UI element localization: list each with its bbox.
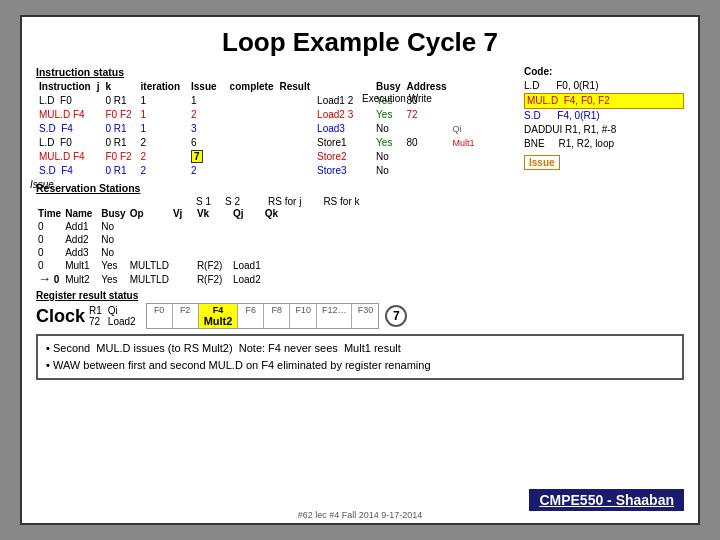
code-line-muld: MUL.D F4, F0, F2 (524, 93, 684, 109)
slide-info: #62 lec #4 Fall 2014 9-17-2014 (298, 510, 423, 520)
col-iter: iteration (135, 80, 183, 94)
right-panel: Code: L.D F0, 0(R1) MUL.D F4, F0, F2 S.D… (524, 66, 684, 329)
qi-val: Load2 (108, 316, 136, 327)
col-k: k (102, 80, 134, 94)
notes-box: Second MUL.D issues (to RS Mult2) Note: … (36, 334, 684, 380)
code-label: Code: (524, 66, 684, 77)
rs-label: Reservation Stations (36, 182, 516, 194)
note-1: Second MUL.D issues (to RS Mult2) Note: … (46, 340, 674, 357)
reg-f0: F0 (147, 304, 173, 328)
rs-table: Time Name Busy Op Vj Vk Qj Qk 0Add1No (36, 207, 291, 286)
reg-f12: F12… (317, 304, 353, 328)
code-lines: L.D F0, 0(R1) MUL.D F4, F0, F2 S.D F4, 0… (524, 79, 684, 151)
table-row: L.D F0 0 R1 2 6 Store1 Yes 80 Mult1 (36, 136, 478, 150)
table-row: → 0Mult2YesMULTLDR(F2)Load2 (36, 272, 291, 286)
table-row: S.D F4 0 R1 2 2 Store3 No (36, 164, 478, 178)
reg-label: Register result status (36, 290, 516, 301)
slide-title: Loop Example Cycle 7 (36, 27, 684, 58)
left-panel: Instruction status Instruction j k itera… (36, 66, 516, 329)
reg-f4: F4 Mult2 (199, 304, 239, 328)
code-line-bne: BNE R1, R2, loop (524, 137, 684, 151)
code-line-daddui: DADDUI R1, R1, #-8 (524, 123, 684, 137)
issue-right-label: Issue (524, 155, 560, 170)
col-complete: complete (220, 80, 277, 94)
table-row: 0Mult1YesMULTLDR(F2)Load1 (36, 259, 291, 272)
table-row: S.D F4 0 R1 1 3 Load3 No Qi (36, 122, 478, 136)
reg-f2: F2 (173, 304, 199, 328)
table-row: 0Add1No (36, 220, 291, 233)
code-line-sd: S.D F4, 0(R1) (524, 109, 684, 123)
reservation-stations: Reservation Stations S 1 S 2 RS for j RS… (36, 182, 516, 286)
reg-f6: F6 (238, 304, 264, 328)
table-row: 0Add3No (36, 246, 291, 259)
instruction-status-label: Instruction status (36, 66, 516, 78)
rs-sub-headers: S 1 S 2 RS for j RS for k (196, 196, 516, 207)
issue-label: Issue (30, 179, 54, 190)
col-issue: Issue (183, 80, 220, 94)
clock-row: Clock R1 72 Qi Load2 F0 (36, 303, 516, 329)
col-j: j (94, 80, 103, 94)
reg-f10: F10 (290, 304, 317, 328)
slide: Loop Example Cycle 7 Execution Write Iss… (20, 15, 700, 525)
register-boxes: F0 F2 F4 Mult2 F6 (146, 303, 380, 329)
exec-write-header: Execution Write (362, 93, 432, 104)
reg-f30: F30 (352, 304, 378, 328)
reg-f8: F8 (264, 304, 290, 328)
footer-label: CMPE550 - Shaaban (529, 489, 684, 511)
register-result-section: Register result status Clock R1 72 Qi Lo… (36, 290, 516, 329)
table-row: MUL.D F4 F0 F2 2 7 Store2 No (36, 150, 478, 164)
col-address: Address (404, 80, 450, 94)
table-row: 0Add2No (36, 233, 291, 246)
clock-label: Clock (36, 306, 85, 327)
code-line-ld: L.D F0, 0(R1) (524, 79, 684, 93)
clock-value: 7 (385, 305, 407, 327)
note-2: WAW between first and second MUL.D on F4… (46, 357, 674, 374)
col-busy: Busy (373, 80, 403, 94)
table-row: MUL.D F4 F0 F2 1 2 Load2 3 Yes 72 (36, 108, 478, 122)
r1-val: 72 (89, 316, 102, 327)
col-result: Result (277, 80, 314, 94)
col-instruction: Instruction (36, 80, 94, 94)
